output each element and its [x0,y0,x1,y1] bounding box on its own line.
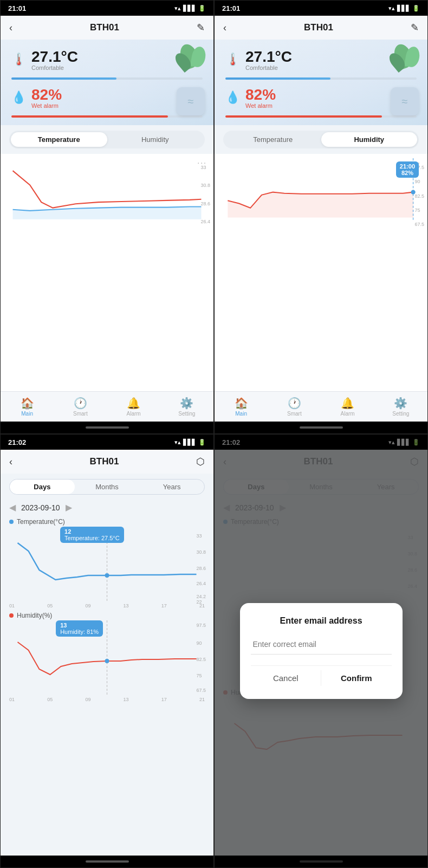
alarm-icon-1: 🔔 [127,397,140,410]
axis-label: 26.4 [200,219,210,224]
email-input-4[interactable] [251,634,392,655]
temp-chart-label-3: Temperature(°C) [17,518,65,526]
smart-label-1: Smart [73,411,88,417]
bottom-nav-1: 🏠 Main 🕐 Smart 🔔 Alarm ⚙️ Setting [1,391,213,422]
svg-text:28.6: 28.6 [197,566,206,571]
sensor-area-1: 🌡️ 27.1°C Comfortable 💧 82% Wet alarm [1,40,213,125]
svg-text:24.2: 24.2 [197,594,206,599]
device-symbol-2: ≈ [402,95,408,108]
tooltip-value: 82% [400,170,415,176]
tooltip-temp-3: Temperature: 27.5°C [64,535,120,541]
axis-label-2: 75 [414,208,424,213]
svg-point-13 [105,659,109,663]
period-months-3[interactable]: Months [75,480,140,494]
nav-main-2[interactable]: 🏠 Main [215,392,268,422]
smart-label-2: Smart [287,411,302,417]
alarm-label-2: Alarm [341,411,355,417]
nav-smart-1[interactable]: 🕐 Smart [54,392,107,422]
home-bar-3 [86,860,129,863]
hum-tooltip-hour-3: 13 [60,622,99,629]
chart-area-1: ··· 33 30.8 28.6 26.4 [1,154,213,391]
confirm-button-4[interactable]: Confirm [321,666,392,690]
setting-label-1: Setting [178,411,195,417]
smart-icon-1: 🕐 [74,397,87,410]
date-prev-3[interactable]: ◀ [9,502,16,513]
axis-label: 30.8 [200,183,210,188]
tab-temperature-1[interactable]: Temperature [11,132,107,147]
date-next-3[interactable]: ▶ [66,502,72,513]
wifi-icon-3: ▾▴ [174,439,181,446]
modal-title-4: Enter email address [251,616,392,626]
status-time-3: 21:02 [8,438,26,446]
plant-decoration-2 [379,44,422,93]
panel-top-right: 21:01 ▾▴ ▋▋▋ 🔋 ‹ BTH01 ✎ 🌡️ 27.1°C Comfo… [214,0,428,434]
status-icons-3: ▾▴ ▋▋▋ 🔋 [174,439,206,446]
email-modal: Enter email address Cancel Confirm [240,603,403,699]
cancel-button-4[interactable]: Cancel [251,666,321,690]
nav-smart-2[interactable]: 🕐 Smart [268,392,321,422]
history-content-3: Days Months Years ◀ 2023-09-10 ▶ Tempera… [1,474,213,856]
back-icon-3[interactable]: ‹ [9,456,12,468]
tab-humidity-1[interactable]: Humidity [107,132,204,147]
device-symbol-1: ≈ [188,95,194,108]
svg-point-5 [105,573,109,578]
period-days-3[interactable]: Days [10,480,75,494]
edit-icon-2[interactable]: ✎ [411,22,419,34]
tab-humidity-2[interactable]: Humidity [321,132,418,147]
svg-text:26.4: 26.4 [197,581,206,586]
temp-label-row-3: Temperature(°C) [1,515,213,527]
panel-top-left: 21:01 ▾▴ ▋▋▋ 🔋 ‹ BTH01 ✎ 🌡️ 27.1°C Comfo… [0,0,214,434]
nav-title-2: BTH01 [304,22,333,33]
setting-label-2: Setting [392,411,409,417]
back-icon-2[interactable]: ‹ [223,22,226,34]
status-icons-2: ▾▴ ▋▋▋ 🔋 [388,5,420,12]
tab-temperature-2[interactable]: Temperature [225,132,321,147]
temp-dot-3 [9,520,14,524]
nav-title-1: BTH01 [90,22,119,33]
hum-progress-fill-1 [11,115,168,118]
tooltip-time: 21:00 [400,163,415,170]
bottom-nav-2: 🏠 Main 🕐 Smart 🔔 Alarm ⚙️ Setting [215,391,427,422]
signal-icon-2: ▋▋▋ [397,5,410,12]
back-icon-1[interactable]: ‹ [9,22,12,34]
nav-setting-2[interactable]: ⚙️ Setting [374,392,427,422]
alarm-icon-2: 🔔 [341,397,354,410]
chart-svg-2 [221,158,421,223]
panel-bottom-left: 21:02 ▾▴ ▋▋▋ 🔋 ‹ BTH01 ⬡ Days Months Yea… [0,434,214,868]
svg-marker-2 [228,192,413,218]
nav-bar-3: ‹ BTH01 ⬡ [1,450,213,474]
nav-title-3: BTH01 [90,456,119,467]
date-nav-3: ◀ 2023-09-10 ▶ [1,500,213,515]
status-bar-1: 21:01 ▾▴ ▋▋▋ 🔋 [1,1,213,16]
setting-icon-2: ⚙️ [394,397,407,410]
svg-marker-0 [13,207,202,219]
main-label-2: Main [235,411,247,417]
hum-label-1: Wet alarm [31,102,62,109]
period-years-3[interactable]: Years [139,480,204,494]
chart-axis-1: 33 30.8 28.6 26.4 [200,165,210,224]
hum-icon-2: 💧 [225,90,240,105]
status-bar-2: 21:01 ▾▴ ▋▋▋ 🔋 [215,1,427,16]
hum-chart-label-3: Humidity(%) [17,612,52,619]
hum-label-row-3: Humidity(%) [1,608,213,620]
svg-text:82.5: 82.5 [197,657,206,662]
nav-setting-1[interactable]: ⚙️ Setting [160,392,213,422]
hum-progress-2 [225,115,417,118]
tab-switcher-2: Temperature Humidity [223,131,419,148]
svg-text:22: 22 [197,599,202,605]
main-label-1: Main [21,411,33,417]
hum-icon-1: 💧 [11,90,26,105]
battery-icon-2: 🔋 [412,5,420,12]
home-bar-1 [86,426,129,429]
nav-alarm-2[interactable]: 🔔 Alarm [321,392,374,422]
nav-alarm-1[interactable]: 🔔 Alarm [107,392,160,422]
edit-icon-1[interactable]: ✎ [197,22,205,34]
svg-text:75: 75 [197,673,202,678]
tooltip-hour-3: 12 [64,528,120,535]
hum-label-2: Wet alarm [245,102,276,109]
chart-svg-1 [7,158,207,223]
temp-icon-2: 🌡️ [225,53,240,67]
nav-main-1[interactable]: 🏠 Main [1,392,54,422]
share-icon-3[interactable]: ⬡ [196,456,205,468]
svg-text:97.5: 97.5 [197,623,206,628]
